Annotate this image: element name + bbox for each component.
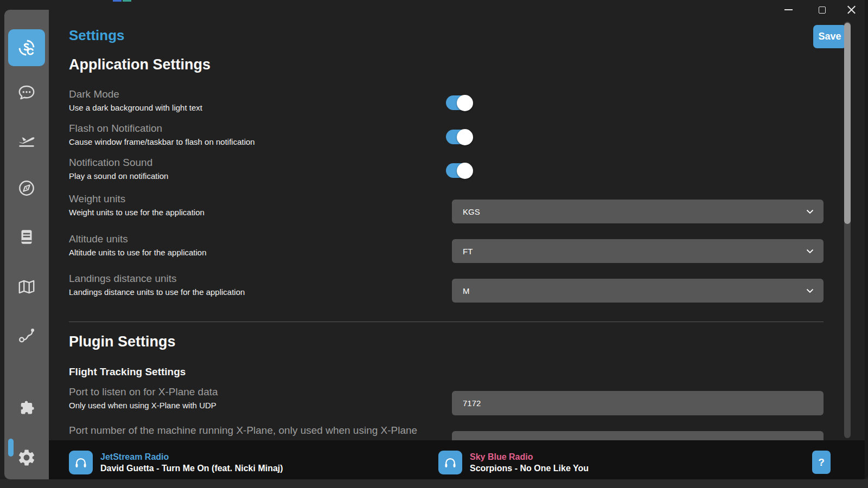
sidebar-item-plugins[interactable]: [8, 390, 45, 427]
setting-label-landings-distance-units: Landings distance units: [69, 273, 177, 285]
setting-label-weight-units: Weight units: [69, 193, 125, 205]
selected-value: KGS: [463, 207, 806, 216]
setting-desc-notification-sound: Play a sound on notification: [69, 171, 168, 181]
maximize-icon: [819, 7, 826, 14]
chevron-down-icon: [806, 288, 814, 293]
radio-meta: Sky Blue Radio Scorpions - No One Like Y…: [470, 451, 589, 474]
sidebar-item-settings[interactable]: [8, 439, 45, 476]
sidebar-item-logbook[interactable]: [8, 219, 45, 255]
route-icon: [16, 325, 37, 345]
flash-on-notification-toggle[interactable]: [446, 130, 472, 144]
save-button[interactable]: Save: [813, 25, 846, 48]
sidebar-item-chat[interactable]: [8, 74, 45, 111]
radio-player-left[interactable]: JetStream Radio David Guetta - Turn Me O…: [69, 451, 283, 474]
background-window-sliver: [113, 0, 122, 2]
setting-desc-weight-units: Weight units to use for the application: [69, 208, 205, 217]
screen: Settings Save Application Settings Dark …: [0, 0, 868, 488]
help-button[interactable]: ?: [812, 451, 831, 474]
sidebar-item-home[interactable]: [8, 29, 45, 66]
radio-bar: JetStream Radio David Guetta - Turn Me O…: [49, 440, 868, 479]
landings-distance-units-select[interactable]: M: [452, 279, 824, 303]
radio-meta: JetStream Radio David Guetta - Turn Me O…: [100, 451, 283, 474]
sidebar-item-map[interactable]: [8, 268, 45, 305]
page-title: Settings: [69, 27, 125, 44]
compass-icon: [16, 178, 37, 198]
section-title-plugin: Plugin Settings: [69, 333, 176, 350]
setting-label-dark-mode: Dark Mode: [69, 88, 119, 100]
toggle-knob: [457, 95, 473, 111]
close-button[interactable]: [839, 0, 864, 20]
dark-mode-toggle[interactable]: [446, 95, 472, 110]
radio-icon-box[interactable]: [438, 451, 462, 474]
minimize-button[interactable]: [776, 0, 801, 20]
app-window: Settings Save Application Settings Dark …: [0, 0, 868, 479]
radio-player-right[interactable]: Sky Blue Radio Scorpions - No One Like Y…: [438, 451, 589, 474]
scrollbar-thumb[interactable]: [844, 23, 851, 224]
setting-desc-dark-mode: Use a dark background with light text: [69, 103, 202, 112]
station-name: JetStream Radio: [100, 451, 283, 463]
plane-departure-icon: [16, 129, 37, 150]
altitude-units-select[interactable]: FT: [452, 239, 824, 263]
window-controls: [749, 0, 868, 20]
sidebar-item-flights[interactable]: [8, 121, 45, 158]
chat-icon: [16, 82, 37, 102]
headphones-icon: [74, 455, 88, 470]
selected-value: M: [463, 286, 806, 296]
subsection-title-flight-tracking: Flight Tracking Settings: [69, 366, 186, 378]
setting-label-xplane-port: Port to listen on for X-Plane data: [69, 386, 218, 398]
scrollbar[interactable]: [844, 22, 851, 438]
selected-value: FT: [463, 247, 806, 256]
minimize-icon: [784, 9, 793, 10]
close-icon: [847, 5, 856, 15]
section-title-application: Application Settings: [69, 56, 210, 73]
xplane-port-input[interactable]: [452, 391, 824, 415]
puzzle-icon: [16, 398, 37, 419]
sidebar-item-routes[interactable]: [8, 317, 45, 354]
setting-label-notification-sound: Notification Sound: [69, 157, 152, 169]
gear-icon: [17, 448, 36, 467]
station-name: Sky Blue Radio: [470, 451, 589, 463]
setting-desc-landings-distance-units: Landings distance units to use for the a…: [69, 287, 245, 297]
sidebar: [4, 10, 49, 479]
notification-sound-toggle[interactable]: [446, 163, 472, 178]
chevron-down-icon: [806, 209, 814, 214]
window-right-edge: [865, 0, 868, 479]
sidebar-item-explore[interactable]: [8, 170, 45, 207]
setting-desc-altitude-units: Altitude units to use for the applicatio…: [69, 248, 207, 257]
smartcars-logo: [16, 37, 37, 59]
track-title: Scorpions - No One Like You: [470, 463, 589, 474]
chevron-down-icon: [806, 249, 814, 254]
headphones-icon: [443, 455, 457, 470]
setting-desc-xplane-port: Only used when using X-Plane with UDP: [69, 401, 216, 410]
track-title: David Guetta - Turn Me On (feat. Nicki M…: [100, 463, 283, 474]
logbook-icon: [16, 227, 37, 247]
toggle-knob: [457, 129, 473, 145]
setting-label-xplane-machine-port: Port number of the machine running X-Pla…: [69, 425, 417, 436]
maximize-button[interactable]: [809, 0, 834, 20]
radio-icon-box[interactable]: [69, 451, 93, 474]
toggle-knob: [457, 163, 473, 179]
weight-units-select[interactable]: KGS: [452, 200, 824, 223]
map-icon: [16, 277, 37, 297]
section-divider: [69, 322, 824, 322]
background-window-sliver: [123, 0, 131, 2]
setting-desc-flash-on-notification: Cause window frame/taskbar to flash on n…: [69, 137, 255, 146]
desktop-taskbar-strip: [0, 479, 868, 488]
setting-label-altitude-units: Altitude units: [69, 233, 128, 245]
setting-label-flash-on-notification: Flash on Notification: [69, 123, 162, 134]
